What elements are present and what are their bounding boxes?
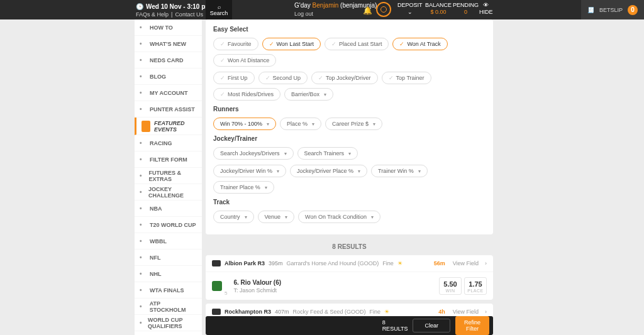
chip-top-trainer[interactable]: ✓Top Trainer <box>382 72 431 84</box>
chip-venue[interactable]: Venue▾ <box>258 211 295 223</box>
chip-place-[interactable]: Place %▾ <box>280 118 321 130</box>
chevron-down-icon: ▾ <box>373 121 375 127</box>
nav-icon: • <box>140 254 146 261</box>
sidebar-item-futures-extras[interactable]: •Futures & Extras <box>135 168 202 184</box>
sun-icon: ☀ <box>397 260 402 266</box>
chip-search-jockeys-drivers[interactable]: Search Jockeys/Drivers▾ <box>213 147 294 160</box>
clear-button[interactable]: Clear <box>413 319 450 332</box>
chevron-down-icon: ▾ <box>312 121 314 127</box>
chevron-down-icon: ▾ <box>245 214 247 220</box>
contact-link[interactable]: Contact Us <box>175 11 203 18</box>
place-odds-button[interactable]: 1.75PLACE <box>464 277 487 295</box>
sidebar-item-nhl[interactable]: •NHL <box>135 266 202 282</box>
chevron-down-icon: ▾ <box>284 151 287 157</box>
eye-icon: 👁 <box>483 2 489 8</box>
chip-trainer-place-[interactable]: Trainer Place %▾ <box>213 181 274 194</box>
sidebar-item-t20-world-cup[interactable]: •T20 World Cup <box>135 217 202 233</box>
sidebar-item-atp-stockholm[interactable]: •ATP Stockholm <box>135 299 202 315</box>
sidebar-item-blog[interactable]: •Blog <box>135 69 202 85</box>
check-icon: ✓ <box>389 75 394 81</box>
runners-title: Runners <box>213 106 486 113</box>
chip-country[interactable]: Country▾ <box>213 211 254 223</box>
check-icon: ✓ <box>318 75 323 81</box>
time-to-jump: 56m <box>434 260 445 266</box>
trainer-name: T: Jason Schmidt <box>233 287 281 294</box>
check-icon: ✓ <box>331 41 336 47</box>
results-count: 8 RESULTS <box>206 238 493 255</box>
nav-icon: • <box>140 24 146 31</box>
chip-won-at-distance[interactable]: ✓Won At Distance <box>213 54 276 67</box>
chip-win-70-100-[interactable]: Win 70% - 100%▾ <box>213 118 276 130</box>
sidebar-item-wta-finals[interactable]: •WTA Finals <box>135 282 202 299</box>
chip-career-prize-[interactable]: Career Prize $▾ <box>325 118 382 130</box>
chip-most-rides-drives[interactable]: ✓Most Rides/Drives <box>213 88 280 101</box>
sidebar-item-filter-form[interactable]: •Filter Form <box>135 151 202 168</box>
search-button[interactable]: ⌕ Search <box>206 0 232 19</box>
chip-won-on-track-condition[interactable]: Won On Track Condition▾ <box>298 211 380 223</box>
chip-won-at-track[interactable]: ✓Won At Track <box>392 38 447 50</box>
sidebar-item-how-to[interactable]: •How To <box>135 19 202 36</box>
chevron-right-icon: › <box>485 260 487 266</box>
bottom-results-count: 8 RESULTS <box>382 319 408 332</box>
chip-favourite[interactable]: ✓Favourite <box>213 38 258 50</box>
sidebar-item-jockey-challenge[interactable]: •Jockey Challenge <box>135 184 202 200</box>
hide-button[interactable]: 👁HIDE <box>479 2 493 15</box>
betslip-button[interactable]: 🧾 BETSLIP 0 <box>581 0 644 19</box>
sidebar-item-featured-events[interactable]: Featured Events <box>135 118 202 135</box>
sidebar-item-wbbl[interactable]: •WBBL <box>135 233 202 250</box>
check-icon: ✓ <box>220 41 225 47</box>
view-field-link[interactable]: View Field <box>453 260 479 266</box>
chevron-down-icon: ▾ <box>285 214 287 220</box>
chevron-down-icon: ⌄ <box>408 9 413 15</box>
view-field-link[interactable]: View Field <box>453 309 479 315</box>
chip-trainer-win-[interactable]: Trainer Win %▾ <box>371 165 428 177</box>
logout-link[interactable]: Log out <box>294 11 313 17</box>
chip-first-up[interactable]: ✓First Up <box>213 72 255 84</box>
nav-icon: • <box>140 156 146 163</box>
barrier-num: 5 <box>225 290 227 296</box>
sidebar-item-nfl[interactable]: •NFL <box>135 250 202 266</box>
sidebar-item-nba[interactable]: •NBA <box>135 200 202 217</box>
promo-spinner[interactable] <box>376 2 391 17</box>
chip-jockey-driver-place-[interactable]: Jockey/Driver Place %▾ <box>290 165 367 177</box>
search-icon: ⌕ <box>218 4 221 10</box>
chip-second-up[interactable]: ✓Second Up <box>258 72 308 84</box>
nav-icon: • <box>140 270 146 277</box>
faqs-link[interactable]: FAQs & Help <box>136 11 169 18</box>
chip-barrier-box[interactable]: Barrier/Box▾ <box>284 88 333 101</box>
check-icon: ✓ <box>399 41 404 47</box>
check-icon: ✓ <box>220 75 225 81</box>
sidebar-item-neds-card[interactable]: •Neds Card <box>135 52 202 69</box>
sidebar-item-racing[interactable]: •Racing <box>135 135 202 151</box>
runner-row: 56. Rio Valour (6)T: Jason Schmidt5.50WI… <box>206 272 493 300</box>
chip-won-last-start[interactable]: ✓Won Last Start <box>262 38 321 50</box>
chevron-right-icon: › <box>485 309 487 315</box>
chevron-down-icon: ▾ <box>348 151 351 157</box>
sidebar-item-my-account[interactable]: •My Account <box>135 85 202 101</box>
win-odds-button[interactable]: 5.50WIN <box>439 277 462 295</box>
race-card: Albion Park R3395mGarrard's Horse And Ho… <box>206 255 493 300</box>
sidebar-item-punter-assist[interactable]: •Punter Assist <box>135 101 202 118</box>
nav-icon: • <box>140 172 145 179</box>
chip-placed-last-start[interactable]: ✓Placed Last Start <box>325 38 389 50</box>
nav-icon: • <box>140 319 144 326</box>
refine-filter-button[interactable]: Refine Filter <box>455 316 489 335</box>
race-header[interactable]: Albion Park R3395mGarrard's Horse And Ho… <box>206 255 493 272</box>
filter-action-bar: 8 RESULTS Clear Refine Filter <box>206 316 493 335</box>
sidebar-item-what-s-new[interactable]: •What's New <box>135 36 202 52</box>
deposit-link[interactable]: DEPOSIT⌄ <box>397 2 423 15</box>
nav-icon: • <box>140 57 146 63</box>
chevron-down-icon: ▾ <box>371 214 374 220</box>
chevron-down-icon: ▾ <box>358 168 360 174</box>
bell-icon[interactable]: 🔔 <box>363 6 372 15</box>
chip-jockey-driver-win-[interactable]: Jockey/Driver Win %▾ <box>213 165 286 177</box>
betslip-icon: 🧾 <box>587 7 594 13</box>
sidebar-item-world-cup-qualifiers[interactable]: •World Cup Qualifiers <box>135 315 202 331</box>
main-content: Easy Select ✓Favourite✓Won Last Start✓Pl… <box>202 19 497 335</box>
chip-top-jockey-driver[interactable]: ✓Top Jockey/Driver <box>311 72 378 84</box>
nav-icon: • <box>140 106 146 113</box>
sidebar-item-epl[interactable]: •EPL <box>135 331 202 335</box>
chip-search-trainers[interactable]: Search Trainers▾ <box>297 147 358 160</box>
greyhound-icon <box>212 260 221 266</box>
chevron-down-icon: ▾ <box>265 185 267 190</box>
